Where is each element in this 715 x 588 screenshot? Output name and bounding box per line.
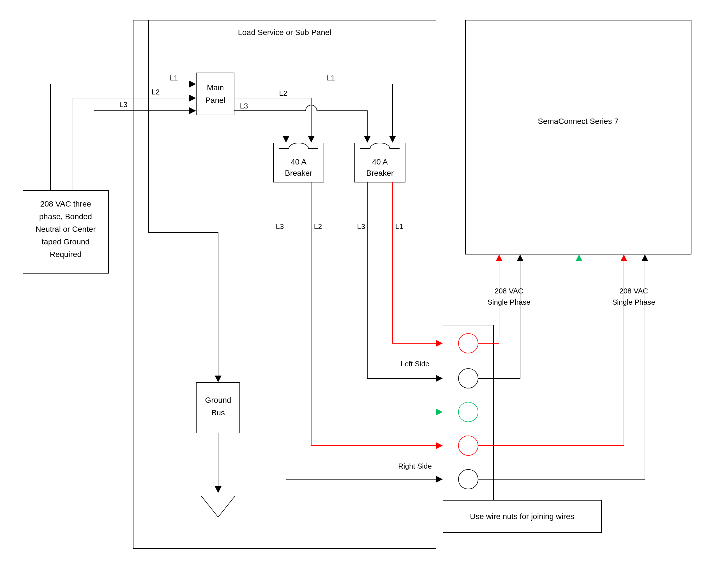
source-line2: phase, Bonded <box>39 212 92 221</box>
device-box <box>466 20 691 254</box>
svg-text:L3: L3 <box>119 100 127 109</box>
svg-text:40 A: 40 A <box>372 158 388 166</box>
terminal-l2-right <box>458 436 478 456</box>
svg-text:L3: L3 <box>357 222 365 231</box>
left-side-label: Left Side <box>401 360 430 368</box>
terminal-l3-left <box>458 369 478 388</box>
svg-text:L1: L1 <box>395 222 404 231</box>
svg-text:L3: L3 <box>240 102 248 110</box>
ground-bus-l2: Bus <box>211 408 225 417</box>
svg-text:L2: L2 <box>152 88 160 96</box>
main-panel-l1: Main <box>207 83 224 92</box>
source-line4: taped Ground <box>41 237 89 246</box>
sub-panel-title: Load Service or Sub Panel <box>238 28 331 37</box>
svg-text:Breaker: Breaker <box>285 169 312 177</box>
sub-panel-frame <box>133 20 436 548</box>
svg-text:L2: L2 <box>314 222 322 231</box>
main-panel-block <box>196 73 234 115</box>
svg-text:L1: L1 <box>170 74 178 82</box>
terminal-l3-right <box>458 469 478 489</box>
svg-text:L3: L3 <box>276 222 284 231</box>
right-side-label: Right Side <box>398 462 432 470</box>
svg-text:L1: L1 <box>327 74 335 82</box>
terminal-ground <box>458 402 478 422</box>
wiring-diagram: Load Service or Sub Panel 208 VAC three … <box>0 0 715 588</box>
terminal-l1-left <box>458 334 478 353</box>
svg-text:L2: L2 <box>279 89 287 98</box>
ground-bus-block <box>196 382 240 433</box>
phase-note-left-2: Single Phase <box>487 298 530 306</box>
source-line3: Neutral or Center <box>36 225 96 233</box>
phase-note-right-2: Single Phase <box>612 298 655 306</box>
source-line1: 208 VAC three <box>40 200 91 208</box>
device-title: SemaConnect Series 7 <box>538 117 618 126</box>
source-line5: Required <box>49 250 82 259</box>
ground-bus-l1: Ground <box>205 396 231 404</box>
breaker-1: 40 A Breaker <box>273 143 324 182</box>
wire-term-l2-dev <box>478 256 624 446</box>
svg-text:40 A: 40 A <box>291 158 306 166</box>
main-panel-l2: Panel <box>205 96 225 105</box>
wire-nuts-text: Use wire nuts for joining wires <box>470 512 574 521</box>
breaker-2: 40 A Breaker <box>355 143 405 182</box>
svg-text:Breaker: Breaker <box>366 169 394 177</box>
